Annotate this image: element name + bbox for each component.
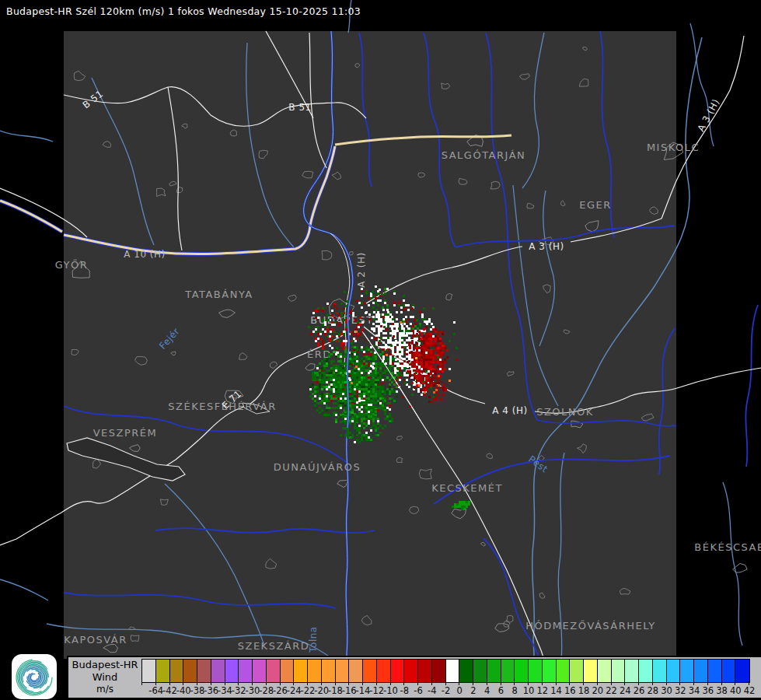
city-label-dunau-jva-ros: DUNAÚJVÁROS [274,461,361,473]
legend-color-box-2 [459,660,473,682]
legend-color-box-32 [667,660,681,682]
legend-color-box-36 [694,660,708,682]
legend-color-box--40 [170,660,184,682]
legend-product-block: Budapest-HR Wind m/s [68,659,141,695]
legend-color-box-0 [446,660,460,682]
legend-color-box-4 [473,660,487,682]
city-label-ho-dmezo-va-sa-rhely: HÓDMEZŐVÁSÁRHELY [525,620,655,632]
legend-color-box--64 [142,660,156,682]
city-label-salgo-tarja-n: SALGÓTARJÁN [442,149,526,161]
legend-color-box-42 [735,660,749,682]
road-label-a-2-h: A 2 (H) [356,252,367,287]
spiral-arc [16,660,52,695]
legend-color-box--14 [349,660,363,682]
road-label-a-3-h: A 3 (H) [529,241,564,252]
legend-color-box--16 [336,660,350,682]
legend-color-box--12 [363,660,377,682]
legend-unit: m/s [68,684,141,695]
legend-color-strip [141,659,750,683]
city-label-veszpre-m: VESZPRÉM [93,427,158,439]
legend-color-box--6 [404,660,418,682]
road-label-a-4-h: A 4 (H) [492,405,527,416]
legend-color-box-12 [529,660,543,682]
legend-color-box-14 [543,660,557,682]
legend-color-box--34 [211,660,225,682]
legend-value-42: 42 [736,685,761,696]
road-label-b-51: B 51 [288,102,311,113]
spiral-arc [31,674,38,681]
legend-color-box-6 [487,660,501,682]
legend-color-box--24 [281,660,295,682]
city-label-eger: EGER [579,199,612,211]
county-label-tolna: Tolna [308,626,319,653]
city-label-szolnok: SZOLNOK [536,406,594,418]
legend-color-box--36 [197,660,211,682]
city-label-tataba-nya: TATABÁNYA [184,289,253,300]
legend-color-box-22 [598,660,612,682]
cyclone-app-icon[interactable] [12,654,57,699]
radar-coverage-area [64,31,676,659]
legend-color-box-28 [639,660,653,682]
legend-color-box-38 [708,660,722,682]
radar-viewer-screen: Budapest-HR Szél 120km (m/s) 1 fokos Wed… [0,0,761,700]
legend-color-box-20 [584,660,598,682]
legend-color-box--10 [377,660,391,682]
legend-color-box--22 [294,660,308,682]
legend-color-box-40 [722,660,736,682]
radar-map: SALGÓTARJÁNMISKOLCEGERTATABÁNYABUDAPESTÉ… [0,0,761,700]
cyclone-spiral-icon [12,654,57,699]
legend-color-box--32 [225,660,239,682]
legend-color-box-24 [612,660,626,682]
legend-color-box--42 [156,660,170,682]
city-label-kecskeme-t: KECSKEMÉT [431,482,503,494]
color-scale-legend: Budapest-HR Wind m/s -64-42-40-38-36-34-… [67,656,761,698]
city-label-szeksza-rd: SZEKSZÁRD [238,640,310,652]
legend-color-box--28 [253,660,267,682]
legend-color-box-26 [625,660,639,682]
legend-color-box-16 [557,660,571,682]
legend-color-box--4 [418,660,432,682]
city-label-miskolc: MISKOLC [647,142,700,153]
legend-color-box--18 [322,660,336,682]
legend-color-box-18 [570,660,584,682]
legend-color-box-8 [501,660,515,682]
city-label-be-ke-scsaba: BÉKÉSCSABA [694,541,761,553]
legend-parameter: Wind [68,671,141,684]
product-title: Budapest-HR Szél 120km (m/s) 1 fokos Wed… [6,5,361,17]
legend-color-box--26 [267,660,281,682]
legend-color-box--2 [432,660,446,682]
city-label-kaposva-r: KAPOSVÁR [64,634,127,646]
road-label-a-10-h: A 10 (H) [124,249,166,260]
legend-color-box--38 [183,660,197,682]
legend-color-box-30 [653,660,667,682]
legend-color-box--8 [391,660,405,682]
legend-color-box--30 [239,660,253,682]
legend-product-name: Budapest-HR [68,659,141,671]
legend-color-box-34 [680,660,694,682]
legend-color-box-10 [515,660,529,682]
legend-color-box--20 [308,660,322,682]
city-label-gyo-r: GYŐR [55,259,89,271]
